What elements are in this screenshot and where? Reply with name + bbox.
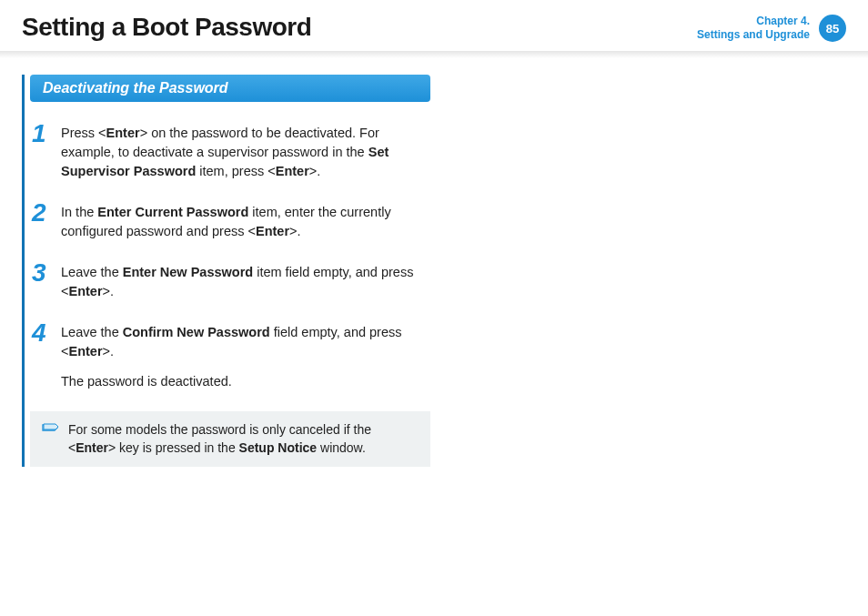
step-text: Leave the Enter New Password item field … (61, 263, 425, 301)
page-title: Setting a Boot Password (22, 13, 311, 42)
note-box: For some models the password is only can… (30, 411, 430, 467)
step-number: 3 (32, 261, 50, 284)
step: 3Leave the Enter New Password item field… (32, 261, 449, 301)
chapter-label: Chapter 4. Settings and Upgrade (697, 15, 810, 42)
chapter-line-1: Chapter 4. (697, 15, 810, 28)
section-heading: Deactivating the Password (30, 75, 430, 102)
step-followup: The password is deactivated. (61, 372, 425, 391)
step-text: In the Enter Current Password item, ente… (61, 203, 425, 241)
header-divider (0, 51, 868, 58)
step-body: In the Enter Current Password item, ente… (61, 201, 425, 241)
document-header: Setting a Boot Password Chapter 4. Setti… (22, 13, 846, 42)
step-text: Press <Enter> on the password to be deac… (61, 124, 425, 181)
note-icon (41, 422, 59, 441)
chapter-line-2: Settings and Upgrade (697, 28, 810, 42)
step: 2In the Enter Current Password item, ent… (32, 201, 449, 241)
step-body: Press <Enter> on the password to be deac… (61, 122, 425, 181)
step-body: Leave the Enter New Password item field … (61, 261, 425, 301)
page-number-badge: 85 (819, 15, 846, 42)
step-text: Leave the Confirm New Password field emp… (61, 323, 425, 361)
step: 4Leave the Confirm New Password field em… (32, 321, 449, 391)
note-text: For some models the password is only can… (68, 420, 405, 458)
main-content: Deactivating the Password 1Press <Enter>… (22, 75, 459, 467)
step-number: 2 (32, 201, 50, 224)
step-number: 1 (32, 122, 50, 145)
step-body: Leave the Confirm New Password field emp… (61, 321, 425, 391)
step-number: 4 (32, 321, 50, 344)
chapter-block: Chapter 4. Settings and Upgrade 85 (697, 15, 846, 42)
step: 1Press <Enter> on the password to be dea… (32, 122, 449, 181)
